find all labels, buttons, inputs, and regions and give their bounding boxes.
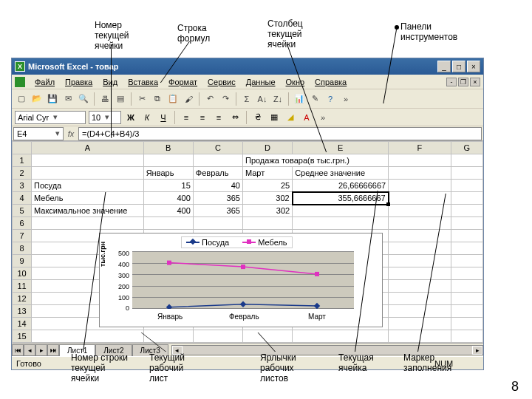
row-header-5[interactable]: 5 bbox=[13, 205, 32, 217]
row-header-2[interactable]: 2 bbox=[13, 167, 32, 180]
name-box[interactable]: E4▾ bbox=[13, 127, 64, 140]
close-button[interactable]: × bbox=[467, 61, 480, 72]
menu-edit[interactable]: Правка bbox=[60, 78, 98, 86]
cell[interactable]: 365 bbox=[193, 205, 242, 217]
cell[interactable]: Январь bbox=[143, 167, 193, 180]
tab-prev-button[interactable]: ◂ bbox=[24, 344, 35, 356]
col-header-F[interactable]: F bbox=[389, 142, 451, 154]
search-icon[interactable]: 🔍 bbox=[77, 92, 90, 106]
cell[interactable]: 26,66666667 bbox=[293, 180, 389, 192]
fx-button[interactable]: fx bbox=[64, 129, 78, 138]
menu-help[interactable]: Справка bbox=[310, 78, 352, 86]
maximize-button[interactable]: □ bbox=[452, 61, 466, 72]
align-right-button[interactable]: ≡ bbox=[212, 111, 225, 124]
chart-xlabel: Февраль bbox=[229, 313, 259, 321]
tab-next-button[interactable]: ▸ bbox=[35, 344, 47, 356]
col-header-D[interactable]: D bbox=[242, 142, 292, 154]
fill-handle[interactable] bbox=[386, 202, 390, 206]
row-header-4[interactable]: 4 bbox=[13, 192, 32, 205]
menu-tools[interactable]: Сервис bbox=[202, 78, 241, 86]
italic-button[interactable]: К bbox=[140, 111, 154, 124]
menu-data[interactable]: Данные bbox=[241, 78, 281, 86]
row-header-10[interactable]: 10 bbox=[13, 267, 32, 280]
open-icon[interactable]: 📂 bbox=[30, 92, 44, 106]
cut-icon[interactable]: ✂ bbox=[135, 92, 149, 106]
doc-restore-button[interactable]: ❐ bbox=[458, 78, 468, 86]
row-header-15[interactable]: 15 bbox=[13, 330, 32, 343]
save-icon[interactable]: 💾 bbox=[46, 92, 59, 106]
merge-button[interactable]: ⇔ bbox=[228, 111, 242, 124]
currency-button[interactable]: ₴ bbox=[251, 111, 265, 124]
col-header-E[interactable]: E bbox=[293, 142, 389, 154]
more-icon[interactable]: » bbox=[339, 92, 352, 106]
chart-icon[interactable]: 📊 bbox=[293, 92, 306, 106]
row-header-9[interactable]: 9 bbox=[13, 255, 32, 267]
cell[interactable]: 302 bbox=[242, 205, 292, 217]
copy-icon[interactable]: ⧉ bbox=[151, 92, 164, 106]
cell[interactable]: Максимальное значение bbox=[32, 205, 144, 217]
sort-asc-icon[interactable]: A↓ bbox=[256, 92, 269, 106]
menu-file[interactable]: Файл bbox=[30, 78, 60, 86]
underline-button[interactable]: Ч bbox=[157, 111, 170, 124]
cell[interactable]: 15 bbox=[143, 180, 193, 192]
tab-last-button[interactable]: ⏭ bbox=[47, 344, 59, 356]
row-header-13[interactable]: 13 bbox=[13, 305, 32, 318]
row-header-12[interactable]: 12 bbox=[13, 293, 32, 305]
formula-input[interactable]: =(D4+C4+B4)/3 bbox=[78, 127, 482, 140]
cell[interactable]: Февраль bbox=[193, 167, 242, 180]
row-header-8[interactable]: 8 bbox=[13, 242, 32, 255]
menu-format[interactable]: Формат bbox=[163, 78, 202, 86]
undo-icon[interactable]: ↶ bbox=[203, 92, 216, 106]
format-painter-icon[interactable]: 🖌 bbox=[182, 92, 195, 106]
borders-button[interactable]: ▦ bbox=[267, 111, 281, 124]
help-icon[interactable]: ? bbox=[324, 92, 337, 106]
mail-icon[interactable]: ✉ bbox=[61, 92, 75, 106]
preview-icon[interactable]: ▤ bbox=[114, 92, 127, 106]
doc-minimize-button[interactable]: - bbox=[446, 78, 457, 86]
sort-desc-icon[interactable]: Z↓ bbox=[271, 92, 284, 106]
row-header-3[interactable]: 3 bbox=[13, 180, 32, 192]
font-name-combo[interactable]: Arial Cyr▾ bbox=[15, 111, 86, 124]
active-cell[interactable]: 355,6666667 bbox=[293, 192, 389, 205]
more-fmt-icon[interactable]: » bbox=[316, 111, 330, 124]
align-left-button[interactable]: ≡ bbox=[180, 111, 193, 124]
fill-color-button[interactable]: ◢ bbox=[284, 111, 297, 124]
col-header-B[interactable]: B bbox=[143, 142, 193, 154]
menu-insert[interactable]: Вставка bbox=[123, 78, 163, 86]
tab-first-button[interactable]: ⏮ bbox=[12, 344, 24, 356]
paste-icon[interactable]: 📋 bbox=[166, 92, 180, 106]
cell[interactable]: 400 bbox=[143, 192, 193, 205]
doc-close-button[interactable]: × bbox=[470, 78, 480, 86]
col-header-A[interactable]: A bbox=[32, 142, 144, 154]
cell[interactable]: Продажа товара(в тыс.грн.) bbox=[242, 154, 388, 167]
row-header-7[interactable]: 7 bbox=[13, 230, 32, 242]
autosum-icon[interactable]: Σ bbox=[240, 92, 253, 106]
col-header-G[interactable]: G bbox=[451, 142, 482, 154]
new-icon[interactable]: ▢ bbox=[15, 92, 28, 106]
drawing-icon[interactable]: ✎ bbox=[308, 92, 321, 106]
col-header-C[interactable]: C bbox=[193, 142, 242, 154]
row-header-6[interactable]: 6 bbox=[13, 217, 32, 230]
cell[interactable]: Мебель bbox=[32, 192, 144, 205]
print-icon[interactable]: 🖶 bbox=[98, 92, 112, 106]
minimize-button[interactable]: _ bbox=[437, 61, 451, 72]
embedded-chart[interactable]: Посуда Мебель тыс.грн 500 400 300 200 10… bbox=[99, 233, 383, 327]
select-all-button[interactable] bbox=[13, 142, 32, 154]
worksheet-grid[interactable]: A B C D E F G 1Продажа товара(в тыс.грн.… bbox=[12, 141, 483, 343]
cell[interactable]: 365 bbox=[193, 192, 242, 205]
cell[interactable]: Посуда bbox=[32, 180, 144, 192]
cell[interactable]: Март bbox=[242, 167, 292, 180]
row-header-11[interactable]: 11 bbox=[13, 280, 32, 293]
cell[interactable]: 400 bbox=[143, 205, 193, 217]
row-header-1[interactable]: 1 bbox=[13, 154, 32, 167]
align-center-button[interactable]: ≡ bbox=[196, 111, 209, 124]
bold-button[interactable]: Ж bbox=[124, 111, 137, 124]
row-header-14[interactable]: 14 bbox=[13, 318, 32, 330]
cell[interactable]: 40 bbox=[193, 180, 242, 192]
font-size-combo[interactable]: 10▾ bbox=[89, 111, 121, 124]
cell[interactable]: 302 bbox=[242, 192, 292, 205]
cell[interactable]: 25 bbox=[242, 180, 292, 192]
menu-window[interactable]: Окно bbox=[281, 78, 310, 86]
cell[interactable]: Среднее значение bbox=[293, 167, 389, 180]
redo-icon[interactable]: ↷ bbox=[219, 92, 232, 106]
